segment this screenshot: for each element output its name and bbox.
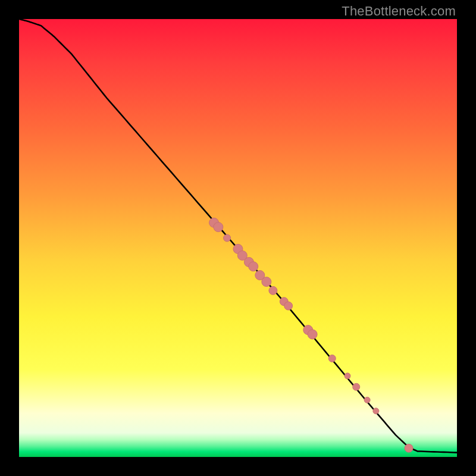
data-marker <box>345 373 350 379</box>
chart-overlay <box>19 19 457 457</box>
data-marker <box>262 277 271 287</box>
watermark-text: TheBottleneck.com <box>342 4 456 19</box>
data-marker <box>284 302 293 310</box>
data-marker <box>269 286 277 295</box>
data-marker <box>328 355 336 362</box>
data-marker <box>308 330 317 339</box>
data-marker <box>224 234 231 242</box>
data-marker <box>214 223 223 232</box>
data-marker <box>353 383 360 390</box>
curve-line <box>19 19 457 453</box>
data-marker <box>249 262 258 271</box>
data-marker <box>405 444 413 452</box>
data-markers <box>209 218 413 452</box>
plot-area <box>19 19 457 457</box>
data-marker <box>364 397 370 403</box>
data-marker <box>373 408 379 414</box>
chart-frame: TheBottleneck.com <box>0 0 476 476</box>
